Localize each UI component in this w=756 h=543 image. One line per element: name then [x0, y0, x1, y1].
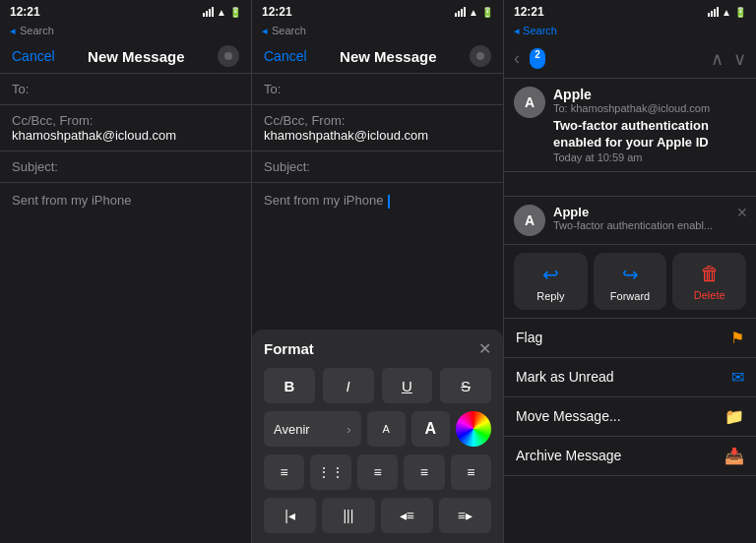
- prev-message-button[interactable]: ‹: [514, 48, 520, 69]
- align-left-icon: ≡: [373, 464, 381, 480]
- archive-icon: 📥: [724, 447, 744, 465]
- search-back-arrow-left[interactable]: ◂: [10, 25, 16, 37]
- signal-bar-r4: [717, 7, 719, 17]
- compose-circle-inner-mid: [476, 52, 484, 60]
- italic-button[interactable]: I: [323, 368, 374, 403]
- signal-bar-2: [206, 11, 208, 17]
- reply-icon: ↩: [542, 263, 559, 286]
- nav-down-button[interactable]: ∨: [733, 48, 746, 70]
- right-panel: 12:21 ▲ 🔋 ◂ Search ‹ 2 ∧ ∨ A: [504, 0, 756, 543]
- mail-nav: ‹ 2 ∧ ∨: [504, 39, 756, 79]
- flag-menu-item[interactable]: Flag ⚑: [504, 319, 756, 358]
- compose-info-mid[interactable]: [470, 45, 491, 67]
- strikethrough-button[interactable]: S: [440, 368, 491, 403]
- status-bar-left: 12:21 ▲ 🔋: [0, 0, 251, 22]
- unordered-list-icon: ⋮⋮: [317, 464, 345, 480]
- ordered-list-button[interactable]: ≡: [264, 454, 304, 490]
- to-field-mid[interactable]: To:: [252, 74, 503, 105]
- status-bar-mid: 12:21 ▲ 🔋: [252, 0, 503, 22]
- cc-field-left[interactable]: Cc/Bcc, From: khamoshpathak@icloud.com: [0, 105, 251, 151]
- mail-action-buttons: ↩ Reply ↪ Forward 🗑 Delete: [504, 245, 756, 319]
- subject-label-left: Subject:: [12, 159, 58, 174]
- apple-logo-row: [504, 172, 756, 197]
- signal-bar-m3: [461, 9, 463, 17]
- mid-panel: 12:21 ▲ 🔋 ◂ Search Cancel New Message To…: [252, 0, 504, 543]
- to-label-left: To:: [12, 82, 29, 96]
- color-picker-button[interactable]: [456, 411, 491, 447]
- indent-align-right-button[interactable]: ≡▸: [439, 498, 491, 533]
- compose-info-left[interactable]: [218, 45, 239, 67]
- compose-title-left: New Message: [88, 48, 184, 65]
- subject-field-mid[interactable]: Subject:: [252, 151, 503, 183]
- font-selector[interactable]: Avenir ›: [264, 411, 361, 447]
- format-indent-row: |◂ ||| ◂≡ ≡▸: [264, 498, 491, 533]
- delete-button[interactable]: 🗑 Delete: [672, 253, 746, 310]
- signal-bar-r3: [714, 9, 716, 17]
- unordered-list-button[interactable]: ⋮⋮: [310, 454, 350, 490]
- move-message-menu-item[interactable]: Move Message... 📁: [504, 397, 756, 437]
- align-right-button[interactable]: ≡: [451, 454, 491, 490]
- underline-button[interactable]: U: [382, 368, 433, 403]
- thread-close-button[interactable]: ✕: [736, 205, 748, 220]
- font-small-label: A: [382, 423, 389, 435]
- font-name-label: Avenir: [274, 422, 310, 437]
- move-message-label: Move Message...: [516, 408, 621, 424]
- search-text-mid: Search: [272, 25, 306, 36]
- format-style-row: B I U S: [264, 368, 491, 403]
- flag-label: Flag: [516, 330, 542, 345]
- font-chevron-icon: ›: [346, 422, 350, 437]
- cancel-button-left[interactable]: Cancel: [12, 48, 55, 64]
- align-center-button[interactable]: ≡: [404, 454, 444, 490]
- to-field-left[interactable]: To:: [0, 74, 251, 105]
- mail-nav-left: ‹ 2: [514, 48, 545, 69]
- forward-label: Forward: [610, 290, 650, 302]
- align-left-button[interactable]: ≡: [357, 454, 398, 490]
- mark-unread-label: Mark as Unread: [516, 369, 614, 385]
- align-center-icon: ≡: [420, 464, 428, 480]
- mail-nav-arrows: ∧ ∨: [711, 48, 746, 70]
- battery-icon-left: 🔋: [229, 7, 241, 18]
- indent-align-left-icon: ◂≡: [400, 508, 414, 523]
- search-text-left: Search: [20, 25, 54, 36]
- signal-bar-m2: [458, 11, 460, 17]
- ordered-list-icon: ≡: [281, 464, 288, 480]
- format-close-button[interactable]: ✕: [478, 339, 491, 358]
- mail-sender: Apple: [553, 87, 746, 102]
- to-label-mid: To:: [264, 82, 281, 96]
- bold-button[interactable]: B: [264, 368, 315, 403]
- nav-up-button[interactable]: ∧: [711, 48, 724, 70]
- indent-left-button[interactable]: |◂: [264, 498, 316, 533]
- mark-unread-menu-item[interactable]: Mark as Unread ✉: [504, 358, 756, 397]
- body-text-mid: Sent from my iPhone: [264, 193, 383, 208]
- subject-field-left[interactable]: Subject:: [0, 151, 251, 183]
- font-decrease-button[interactable]: A: [367, 411, 406, 447]
- delete-label: Delete: [694, 289, 725, 301]
- reply-button[interactable]: ↩ Reply: [514, 253, 588, 310]
- font-increase-button[interactable]: A: [411, 411, 450, 447]
- indent-separator-button[interactable]: |||: [322, 498, 374, 533]
- reply-label: Reply: [536, 290, 564, 302]
- archive-label: Archive Message: [516, 448, 621, 463]
- compose-body-mid[interactable]: Sent from my iPhone: [252, 183, 503, 218]
- mail-thread-info: Apple Two-factor authentication enabl...: [553, 205, 746, 231]
- search-back-arrow-mid[interactable]: ◂: [262, 25, 268, 37]
- forward-button[interactable]: ↪ Forward: [594, 253, 667, 310]
- cc-label-mid: Cc/Bcc, From:: [264, 113, 345, 128]
- status-icons-left: ▲ 🔋: [203, 7, 241, 18]
- compose-header-mid: Cancel New Message: [252, 39, 503, 74]
- body-text-left: Sent from my iPhone: [12, 193, 131, 208]
- flag-icon: ⚑: [730, 329, 744, 347]
- search-bar-right[interactable]: ◂ Search: [504, 22, 756, 39]
- search-bar-left[interactable]: ◂ Search: [0, 22, 251, 39]
- cc-label-left: Cc/Bcc, From:: [12, 113, 93, 128]
- message-count-badge: 2: [530, 48, 545, 69]
- compose-body-left[interactable]: Sent from my iPhone: [0, 183, 251, 217]
- search-bar-mid[interactable]: ◂ Search: [252, 22, 503, 39]
- archive-menu-item[interactable]: Archive Message 📥: [504, 437, 756, 476]
- cc-field-mid[interactable]: Cc/Bcc, From: khamoshpathak@icloud.com: [252, 105, 503, 151]
- format-panel: Format ✕ B I U S Avenir › A A: [252, 330, 503, 543]
- cc-value-mid: khamoshpathak@icloud.com: [264, 128, 428, 143]
- indent-align-left-button[interactable]: ◂≡: [381, 498, 433, 533]
- cancel-button-mid[interactable]: Cancel: [264, 48, 307, 64]
- search-back-right[interactable]: ◂ Search: [514, 25, 557, 37]
